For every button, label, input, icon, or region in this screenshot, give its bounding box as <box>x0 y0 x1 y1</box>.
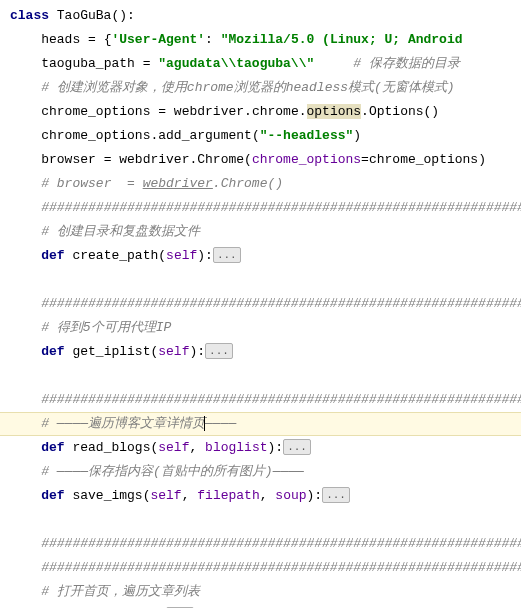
code-line <box>6 364 521 388</box>
comment-text: # 得到5个可用代理 <box>41 320 155 335</box>
keyword-class: class <box>10 8 57 23</box>
id: webdriver <box>119 152 189 167</box>
trailing-comment: # 保存数据的目录 <box>314 56 460 71</box>
comment-italic: IP <box>156 320 172 335</box>
hash-divider: ########################################… <box>41 200 521 215</box>
code-line: def save_imgs(self, filepath, soup):... <box>6 484 521 508</box>
code-line <box>6 268 521 292</box>
code-line: # 创建目录和复盘数据文件 <box>6 220 521 244</box>
code-line: def read_blogs(self, bloglist):... <box>6 436 521 460</box>
code-line: chrome_options = webdriver.chrome.option… <box>6 100 521 124</box>
code-line: ########################################… <box>6 532 521 556</box>
parameter: self <box>166 248 197 263</box>
code-line: ########################################… <box>6 388 521 412</box>
id: Chrome <box>197 152 244 167</box>
code-line: class TaoGuBa(): <box>6 4 521 28</box>
op: ) <box>478 152 486 167</box>
hash-divider: ########################################… <box>41 536 521 551</box>
comment-text: # 打开首页，遍历文章列表 <box>41 584 200 599</box>
function-name: get_iplist <box>72 344 150 359</box>
id: chrome_options <box>369 152 478 167</box>
comment-text: 模式(无窗体模式) <box>348 80 455 95</box>
parameter: filepath <box>197 488 259 503</box>
code-line: # 创建浏览器对象，使用chrome浏览器的headless模式(无窗体模式) <box>6 76 521 100</box>
code-line: taoguba_path = "agudata\\taoguba\\" # 保存… <box>6 52 521 76</box>
op: ( <box>252 128 260 143</box>
id: webdriver <box>174 104 244 119</box>
keyword-def: def <box>41 488 72 503</box>
str: "agudata\\taoguba\\" <box>158 56 314 71</box>
operator: = <box>150 104 173 119</box>
parameter: self <box>158 344 189 359</box>
code-fold-ellipsis[interactable]: ... <box>213 247 241 263</box>
comment-italic: headless <box>286 80 348 95</box>
parameter: soup <box>275 488 306 503</box>
str: "--headless" <box>260 128 354 143</box>
comment-underline: webdriver <box>143 176 213 191</box>
paren: (): <box>111 8 134 23</box>
parameter: self <box>150 488 181 503</box>
comment-text: 浏览器的 <box>234 80 286 95</box>
parameter: bloglist <box>205 440 267 455</box>
comment-text: .Chrome() <box>213 176 283 191</box>
comment-text: # ————保存指内容(首贴中的所有图片)———— <box>41 464 304 479</box>
function-name: create_path <box>72 248 158 263</box>
id: add_argument <box>158 128 252 143</box>
id: Options <box>369 104 424 119</box>
class-name: TaoGuBa <box>57 8 112 23</box>
code-line: # browser = webdriver.Chrome() <box>6 172 521 196</box>
function-name: save_imgs <box>72 488 142 503</box>
code-line: ########################################… <box>6 556 521 580</box>
code-line: ########################################… <box>6 196 521 220</box>
code-line: chrome_options.add_argument("--headless"… <box>6 124 521 148</box>
comment-italic: chrome <box>187 80 234 95</box>
identifier: heads <box>41 32 80 47</box>
op: () <box>424 104 440 119</box>
op: = <box>361 152 369 167</box>
code-line: def create_path(self):... <box>6 244 521 268</box>
identifier: taoguba_path <box>41 56 135 71</box>
op: . <box>361 104 369 119</box>
operator: = <box>80 32 103 47</box>
comment-text: # ————遍历博客文章详情页 <box>41 416 205 431</box>
code-line: ########################################… <box>6 292 521 316</box>
op: ) <box>353 128 361 143</box>
code-block: class TaoGuBa(): heads = {'User-Agent': … <box>0 0 521 608</box>
comment-text: ———— <box>205 416 236 431</box>
code-line: # 得到5个可用代理IP <box>6 316 521 340</box>
code-line: heads = {'User-Agent': "Mozilla/5.0 (Lin… <box>6 28 521 52</box>
highlighted-token: options <box>307 104 362 119</box>
op: : <box>205 32 221 47</box>
comment-text: # browser = <box>41 176 142 191</box>
op: . <box>244 104 252 119</box>
str: "Mozilla/5.0 (Linux; U; Android <box>221 32 463 47</box>
hash-divider: ########################################… <box>41 296 521 311</box>
id: chrome <box>252 104 299 119</box>
comment-text: # 创建浏览器对象，使用 <box>41 80 187 95</box>
hash-divider: ########################################… <box>41 560 521 575</box>
hash-divider: ########################################… <box>41 392 521 407</box>
str: 'User-Agent' <box>111 32 205 47</box>
keyword-def: def <box>41 344 72 359</box>
code-line: browser = webdriver.Chrome(chrome_option… <box>6 148 521 172</box>
code-line: # ————保存指内容(首贴中的所有图片)———— <box>6 460 521 484</box>
identifier: chrome_options <box>41 104 150 119</box>
param: chrome_options <box>252 152 361 167</box>
code-fold-ellipsis[interactable]: ... <box>205 343 233 359</box>
identifier: browser <box>41 152 96 167</box>
code-line: # ————遍历博客文章详情页———— <box>0 412 521 436</box>
comment-text: # 创建目录和复盘数据文件 <box>41 224 200 239</box>
code-fold-ellipsis[interactable]: ... <box>322 487 350 503</box>
code-line <box>6 508 521 532</box>
op: ( <box>244 152 252 167</box>
code-line: def start(self):... <box>6 604 521 608</box>
parameter: self <box>158 440 189 455</box>
keyword-def: def <box>41 248 72 263</box>
op: . <box>299 104 307 119</box>
keyword-def: def <box>41 440 72 455</box>
operator: = <box>135 56 158 71</box>
code-line: def get_iplist(self):... <box>6 340 521 364</box>
function-name: read_blogs <box>72 440 150 455</box>
id: chrome_options <box>41 128 150 143</box>
code-fold-ellipsis[interactable]: ... <box>283 439 311 455</box>
